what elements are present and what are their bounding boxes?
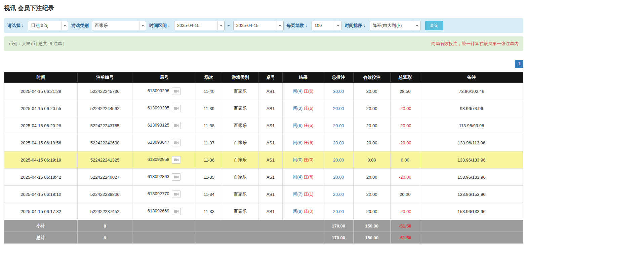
valid-bet-cell: 0.00	[353, 151, 390, 169]
date-from-select[interactable]: 2025-04-15	[174, 21, 225, 30]
time-cell: 2025-04-15 06:21:28	[4, 83, 78, 100]
time-cell: 2025-04-15 06:20:28	[4, 117, 78, 134]
replay-video-button[interactable]	[172, 190, 181, 198]
note-cell: 93.96/73.96	[420, 100, 523, 117]
total-bet-link[interactable]: 30.00	[333, 89, 344, 94]
summary-bar: 币别：人民币 | 总共 :8 注单 | 同局有效投注，统一计算在该局第一张注单内	[4, 36, 523, 51]
footer-count-cell: 8	[78, 220, 132, 232]
table-no-cell: AS1	[258, 186, 283, 203]
result-cell: 闲(4) 庄(6)	[283, 169, 324, 186]
time-sort-select[interactable]: 降幂(由大到小)	[370, 21, 421, 30]
player-result: 闲(4)	[293, 174, 303, 179]
table-header: 时间 注单编号 局号 场次 游戏类别 桌号 结果 总投注 有效投注 总派彩 备注	[4, 72, 523, 83]
video-camera-icon	[174, 106, 179, 110]
game-type-cell: 百家乐	[222, 151, 258, 169]
player-result: 闲(0)	[293, 157, 303, 162]
note-cell: 133.96/153.96	[420, 186, 523, 203]
replay-video-button[interactable]	[172, 105, 181, 112]
video-camera-icon	[174, 175, 179, 179]
footer-empty-cell	[420, 232, 523, 244]
session-cell: 11-40	[196, 83, 222, 100]
bet-id-cell: 522422240027	[78, 169, 132, 186]
replay-video-button[interactable]	[172, 173, 181, 181]
column-header-round-id: 局号	[132, 72, 196, 83]
date-to-select[interactable]: 2025-04-15	[233, 21, 284, 30]
result-cell: 闲(8) 庄(5)	[283, 117, 324, 134]
total-bet-link[interactable]: 20.00	[333, 209, 344, 214]
time-cell: 2025-04-15 06:18:42	[4, 169, 78, 186]
round-id-cell: 613092669	[132, 203, 196, 220]
player-result: 闲(3)	[293, 106, 303, 111]
valid-bet-cell: 20.00	[353, 100, 390, 117]
page-size-label: 每页笔数：	[287, 23, 309, 29]
time-sort-label: 时间排序：	[345, 23, 367, 29]
total-bet-cell: 20.00	[324, 134, 353, 151]
table-no-cell: AS1	[258, 151, 283, 169]
video-camera-icon	[174, 158, 179, 162]
table-row: 2025-04-15 06:19:19 522422241325 6130929…	[4, 151, 523, 169]
round-id-cell: 613092958	[132, 151, 196, 169]
page-size-select[interactable]: 100	[312, 21, 342, 30]
column-header-time: 时间	[4, 72, 78, 83]
total-bet-cell: 20.00	[324, 151, 353, 169]
game-type-select[interactable]: 百家乐	[92, 21, 146, 30]
banker-result: 庄(1)	[304, 191, 314, 197]
bet-id-cell: 522422245736	[78, 83, 132, 100]
replay-video-button[interactable]	[172, 156, 181, 164]
date-from-value: 2025-04-15	[174, 21, 217, 30]
total-bet-link[interactable]: 20.00	[333, 192, 344, 197]
total-bet-link[interactable]: 20.00	[333, 123, 344, 128]
table-row: 2025-04-15 06:18:42 522422240027 6130928…	[4, 169, 523, 186]
video-camera-icon	[174, 209, 179, 213]
valid-bet-cell: 30.00	[353, 83, 390, 100]
total-row: 总计 8 170.00 150.00 -51.50	[4, 232, 523, 244]
replay-video-button[interactable]	[172, 122, 181, 129]
payout-value: -20.00	[390, 169, 420, 186]
table-footer: 小计 8 170.00 150.00 -51.50 总计 8 170.00 15…	[4, 220, 523, 244]
round-id-value: 613092770	[148, 191, 169, 196]
column-header-session: 场次	[196, 72, 222, 83]
round-id-cell: 613093205	[132, 100, 196, 117]
replay-video-button[interactable]	[172, 88, 181, 95]
footer-label-cell: 小计	[4, 220, 78, 232]
session-cell: 11-35	[196, 169, 222, 186]
game-type-value: 百家乐	[92, 21, 139, 30]
total-bet-cell: 20.00	[324, 117, 353, 134]
total-bet-link[interactable]: 20.00	[333, 158, 344, 163]
replay-video-button[interactable]	[172, 139, 181, 146]
session-cell: 11-34	[196, 186, 222, 203]
total-bet-cell: 20.00	[324, 169, 353, 186]
column-header-valid-bet: 有效投注	[353, 72, 390, 83]
payout-value: -20.00	[390, 203, 420, 220]
page-1-button[interactable]: 1	[515, 60, 523, 68]
total-bet-cell: 30.00	[324, 83, 353, 100]
valid-bet-cell: 20.00	[353, 117, 390, 134]
result-cell: 闲(8) 庄(6)	[283, 134, 324, 151]
total-bet-link[interactable]: 20.00	[333, 175, 344, 180]
table-row: 2025-04-15 06:19:56 522422242600 6130930…	[4, 134, 523, 151]
banker-result: 庄(0)	[304, 209, 314, 214]
replay-video-button[interactable]	[172, 208, 181, 215]
footer-empty-cell	[196, 232, 324, 244]
filter-bar: 请选择： 日期查询 游戏类别 百家乐 时间区间： 2025-04-15 ~ 20…	[4, 18, 523, 33]
time-cell: 2025-04-15 06:19:19	[4, 151, 78, 169]
bet-id-cell: 522422241325	[78, 151, 132, 169]
bet-id-cell: 522422244592	[78, 100, 132, 117]
note-cell: 153.96/133.96	[420, 169, 523, 186]
footer-empty-cell	[420, 220, 523, 232]
total-bet-link[interactable]: 20.00	[333, 140, 344, 145]
bet-id-cell: 522422237452	[78, 203, 132, 220]
total-bet-link[interactable]: 20.00	[333, 106, 344, 111]
query-type-select[interactable]: 日期查询	[28, 21, 68, 30]
footer-empty-cell	[196, 220, 324, 232]
note-cell: 133.96/113.96	[420, 134, 523, 151]
payout-value: -20.00	[390, 134, 420, 151]
query-type-value: 日期查询	[28, 21, 61, 30]
table-row: 2025-04-15 06:20:28 522422243755 6130931…	[4, 117, 523, 134]
footer-valid-bet-cell: 150.00	[353, 232, 390, 244]
search-button[interactable]: 查询	[425, 21, 443, 30]
column-header-note: 备注	[420, 72, 523, 83]
time-range-label: 时间区间：	[149, 23, 171, 29]
banker-result: 庄(6)	[304, 140, 314, 145]
round-id-cell: 613092863	[132, 169, 196, 186]
